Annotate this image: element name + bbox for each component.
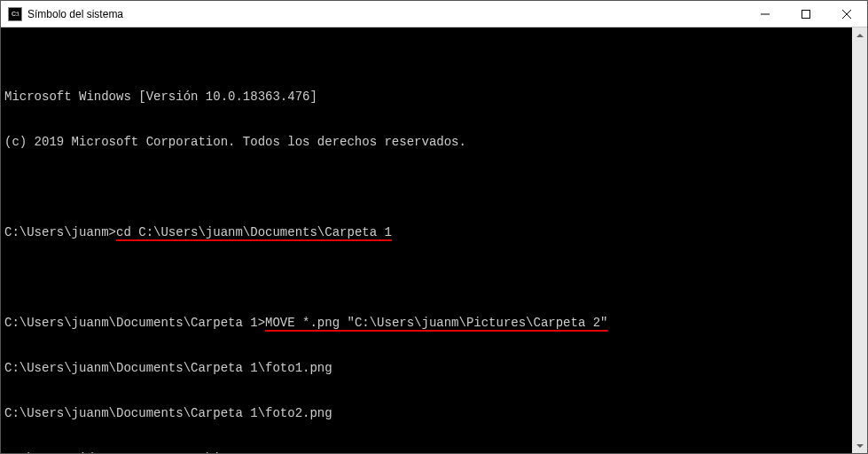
window-controls <box>745 1 867 27</box>
prompt-prefix: C:\Users\juanm> <box>4 225 116 239</box>
scroll-up-arrow-icon[interactable] <box>852 27 867 43</box>
svg-marker-5 <box>856 444 864 448</box>
close-button[interactable] <box>826 1 867 27</box>
maximize-button[interactable] <box>786 1 826 27</box>
terminal-line: (c) 2019 Microsoft Corporation. Todos lo… <box>4 135 846 150</box>
scroll-down-arrow-icon[interactable] <box>852 438 867 453</box>
scrollbar-track[interactable] <box>852 43 867 438</box>
terminal-line: C:\Users\juanm\Documents\Carpeta 1\foto2… <box>4 406 846 421</box>
svg-marker-4 <box>856 34 864 37</box>
terminal-output: Microsoft Windows [Versión 10.0.18363.47… <box>4 59 864 453</box>
terminal-line: C:\Users\juanm\Documents\Carpeta 1>MOVE … <box>4 316 846 331</box>
command-highlighted: cd C:\Users\juanm\Documents\Carpeta 1 <box>116 225 392 240</box>
svg-rect-1 <box>802 10 810 18</box>
prompt-prefix: C:\Users\juanm\Documents\Carpeta 1> <box>4 316 265 330</box>
terminal-line: C:\Users\juanm\Documents\Carpeta 1\foto1… <box>4 361 846 376</box>
cmd-icon: C:\ <box>8 7 22 21</box>
terminal-line <box>4 270 846 286</box>
minimize-button[interactable] <box>745 1 786 27</box>
window-titlebar: C:\ Símbolo del sistema <box>1 1 867 27</box>
terminal-area[interactable]: Microsoft Windows [Versión 10.0.18363.47… <box>1 27 867 453</box>
terminal-line: Se han movido 2 archivos. <box>4 451 846 453</box>
command-highlighted: MOVE *.png "C:\Users\juanm\Pictures\Carp… <box>265 316 607 331</box>
window-title: Símbolo del sistema <box>27 8 745 20</box>
terminal-line: Microsoft Windows [Versión 10.0.18363.47… <box>4 90 846 105</box>
terminal-line: C:\Users\juanm>cd C:\Users\juanm\Documen… <box>4 225 846 240</box>
terminal-line <box>4 180 846 195</box>
vertical-scrollbar[interactable] <box>852 27 867 453</box>
